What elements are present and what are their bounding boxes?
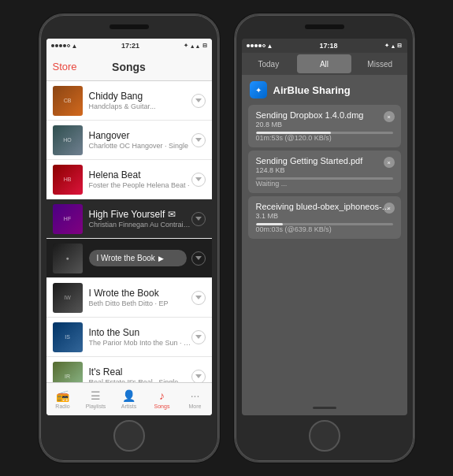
signal-icon: ▲▲ xyxy=(190,43,201,49)
download-icon-2 xyxy=(195,138,202,142)
tab-all[interactable]: All xyxy=(297,54,351,73)
tab-playlists-label: Playlists xyxy=(86,403,106,409)
store-button[interactable]: Store xyxy=(53,61,77,73)
table-row[interactable]: HB Helena Beat Foster the People Helena … xyxy=(46,160,212,199)
song-subtitle-6: The Parior Mob Into the Sun · Si... xyxy=(89,339,191,347)
wifi-icon-right: ▲ xyxy=(267,43,273,50)
radio-icon: 📻 xyxy=(56,389,69,402)
download-icon-1 xyxy=(195,99,202,102)
song-info-4: High Five Yourself ✉ Christian Finnegan … xyxy=(89,209,191,229)
nav-bar-left: Store Songs xyxy=(46,53,212,81)
rdot-3 xyxy=(254,44,258,47)
song-info-7: It's Real Real Estate It's Real · Single xyxy=(89,366,191,382)
transfer-close-3[interactable]: × xyxy=(384,203,395,214)
table-row[interactable]: IW I Wrote the Book Beth Ditto Beth Ditt… xyxy=(46,278,212,318)
download-button-5b[interactable] xyxy=(191,291,206,305)
transfer-filename-1: Sending Dropbox 1.4.0.dmg xyxy=(256,110,393,120)
download-button-6[interactable] xyxy=(191,330,206,344)
song-subtitle-4: Christian Finnegan Au Contraire! xyxy=(89,221,191,229)
table-row[interactable]: CB Chiddy Bang Handclaps & Guitar... xyxy=(46,81,212,121)
table-row[interactable]: IS Into the Sun The Parior Mob Into the … xyxy=(46,318,212,357)
download-icon-7 xyxy=(195,374,202,378)
song-info-5: I Wrote the Book ▶ xyxy=(89,250,191,266)
left-screen: ▲ 17:21 ✦ ▲▲ ⊟ Store Songs CB Chiddy Ban… xyxy=(46,39,212,415)
download-button-1[interactable] xyxy=(191,94,206,108)
table-row[interactable]: HF High Five Yourself ✉ Christian Finneg… xyxy=(46,199,212,239)
i-wrote-the-book-button[interactable]: I Wrote the Book ▶ xyxy=(89,250,187,266)
album-art-5: ● xyxy=(53,244,83,273)
song-title-2: Hangover xyxy=(89,130,191,141)
song-info-2: Hangover Charlotte OC Hangover · Single xyxy=(89,130,191,150)
notification-tabs: Today All Missed xyxy=(242,53,407,75)
download-button-7[interactable] xyxy=(191,370,206,383)
download-icon-4 xyxy=(195,217,202,221)
rdot-2 xyxy=(251,44,254,47)
left-phone: ▲ 17:21 ✦ ▲▲ ⊟ Store Songs CB Chiddy Ban… xyxy=(39,13,220,463)
download-button-5[interactable] xyxy=(191,251,206,266)
table-row[interactable]: IR It's Real Real Estate It's Real · Sin… xyxy=(46,357,212,382)
song-title-5b: I Wrote the Book xyxy=(89,288,191,299)
table-row[interactable]: ● I Wrote the Book ▶ xyxy=(46,239,212,278)
song-info-6: Into the Sun The Parior Mob Into the Sun… xyxy=(89,327,191,347)
right-screen: ▲ 17:18 ✦ ▲ ⊟ Today All Missed ✦ xyxy=(242,39,407,415)
download-icon-5b xyxy=(195,296,202,299)
tab-songs[interactable]: ♪ Songs xyxy=(146,383,179,415)
dot-4 xyxy=(63,44,66,47)
tab-bar-left: 📻 Radio ☰ Playlists 👤 Artists ♪ Songs ··… xyxy=(46,382,212,415)
album-art-2: HO xyxy=(53,125,83,155)
tab-missed-label: Missed xyxy=(367,60,392,69)
tab-artists[interactable]: 👤 Artists xyxy=(113,383,146,415)
tab-radio[interactable]: 📻 Radio xyxy=(46,383,80,415)
status-left-right: ▲ xyxy=(247,43,273,50)
signal-icon-right: ▲ xyxy=(391,43,396,49)
tab-more[interactable]: ··· More xyxy=(179,383,212,415)
status-bar-right: ▲ 17:18 ✦ ▲ ⊟ xyxy=(242,39,407,53)
bluetooth-icon-right: ✦ xyxy=(384,43,389,49)
tab-playlists[interactable]: ☰ Playlists xyxy=(80,383,113,415)
dot-3 xyxy=(59,44,62,47)
transfer-close-1[interactable]: × xyxy=(384,111,395,122)
rdot-4 xyxy=(258,44,262,47)
battery-icon: ⊟ xyxy=(202,43,207,49)
download-icon-5 xyxy=(195,256,202,260)
transfer-status-2: Waiting ... xyxy=(256,180,393,188)
album-art-1: CB xyxy=(53,86,83,116)
song-subtitle-2: Charlotte OC Hangover · Single xyxy=(89,142,191,150)
transfer-size-3: 3.1 MB xyxy=(256,212,393,220)
rdot-1 xyxy=(247,44,250,47)
song-title-1: Chiddy Bang xyxy=(89,91,191,102)
wifi-icon: ▲ xyxy=(72,43,78,50)
song-title-4: High Five Yourself ✉ xyxy=(89,209,191,220)
transfer-item-2: Sending Getting Started.pdf 124.8 KB Wai… xyxy=(248,151,401,193)
nav-title-left: Songs xyxy=(112,61,146,73)
song-title-6: Into the Sun xyxy=(89,327,191,338)
battery-icon-right: ⊟ xyxy=(397,43,402,49)
album-art-7: IR xyxy=(53,362,83,383)
song-title-7: It's Real xyxy=(89,366,191,377)
song-list: CB Chiddy Bang Handclaps & Guitar... HO … xyxy=(46,81,212,382)
download-button-2[interactable] xyxy=(191,133,206,147)
transfer-filename-3: Receiving blued-obex_iphoneos-... xyxy=(256,202,393,211)
transfer-filename-2: Sending Getting Started.pdf xyxy=(256,156,393,165)
download-button-3[interactable] xyxy=(191,173,206,187)
transfer-close-2[interactable]: × xyxy=(384,157,395,168)
signal-dots-right xyxy=(247,44,265,47)
more-icon: ··· xyxy=(191,389,200,402)
bluetooth-logo: ✦ xyxy=(255,86,262,95)
song-subtitle-3: Foster the People Helena Beat · xyxy=(89,181,191,189)
tab-missed[interactable]: Missed xyxy=(353,53,407,75)
signal-dots xyxy=(51,44,70,47)
tab-more-label: More xyxy=(189,403,202,409)
transfer-status-1: 01m:53s (@120.0 KB/s) xyxy=(256,134,393,142)
status-left: ▲ xyxy=(51,43,78,50)
button-label: I Wrote the Book xyxy=(97,254,155,262)
dot-5 xyxy=(67,44,70,47)
dot-1 xyxy=(51,44,54,47)
table-row[interactable]: HO Hangover Charlotte OC Hangover · Sing… xyxy=(46,121,212,160)
transfer-size-2: 124.8 KB xyxy=(256,166,393,174)
status-time-left: 17:21 xyxy=(121,42,139,50)
tab-today[interactable]: Today xyxy=(242,53,296,75)
download-button-4[interactable] xyxy=(191,212,206,226)
status-time-right: 17:18 xyxy=(319,42,337,50)
status-bar-left: ▲ 17:21 ✦ ▲▲ ⊟ xyxy=(46,39,212,53)
